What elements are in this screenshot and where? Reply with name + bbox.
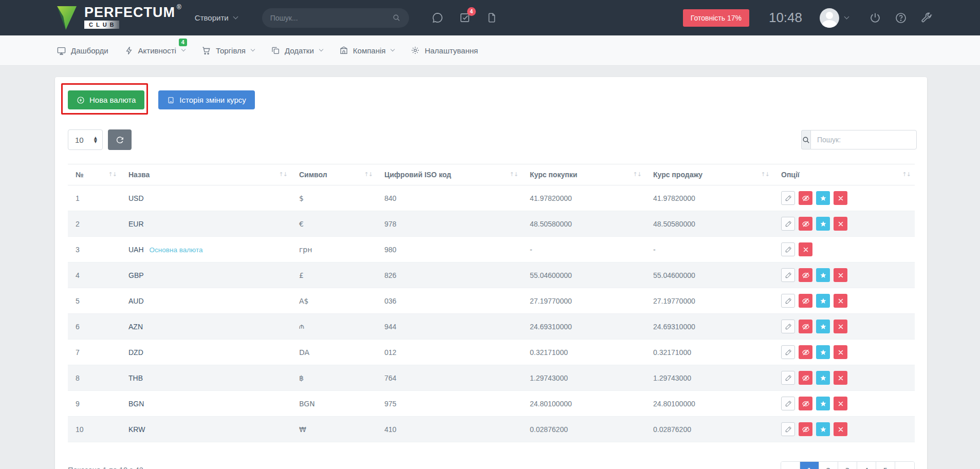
col-header-num[interactable]: №↑↓: [68, 164, 121, 185]
favorite-button[interactable]: [816, 422, 830, 436]
currency-link[interactable]: UAH: [128, 246, 144, 254]
delete-button[interactable]: [834, 191, 847, 205]
delete-button[interactable]: [834, 397, 847, 410]
tools-icon[interactable]: [920, 12, 933, 24]
global-search-input[interactable]: [270, 14, 392, 22]
edit-button[interactable]: [781, 294, 795, 308]
edit-button[interactable]: [781, 191, 795, 205]
delete-button[interactable]: [799, 242, 812, 256]
hide-button[interactable]: [799, 268, 812, 282]
pagination-page-1[interactable]: 1: [800, 462, 819, 469]
row-actions: [781, 320, 907, 333]
options-cell: [773, 288, 915, 314]
document-icon[interactable]: [486, 12, 497, 24]
nav-item-dashboards[interactable]: Дашборди: [56, 44, 109, 58]
favorite-button[interactable]: [816, 371, 830, 385]
favorite-button[interactable]: [816, 191, 830, 205]
hide-button[interactable]: [799, 294, 812, 308]
hide-button[interactable]: [799, 397, 812, 410]
delete-button[interactable]: [834, 217, 847, 231]
nav-item-settings[interactable]: Налаштування: [410, 44, 479, 57]
new-currency-button[interactable]: Нова валюта: [68, 90, 144, 109]
row-actions: [781, 294, 907, 308]
clock: 10:48: [769, 10, 802, 26]
sort-icon[interactable]: ↑↓: [279, 171, 287, 178]
sort-icon[interactable]: ↑↓: [902, 171, 911, 178]
currency-link[interactable]: AUD: [128, 297, 144, 305]
page-size-select[interactable]: 10 ▲▼: [68, 129, 103, 150]
col-header-name[interactable]: Назва↑↓: [121, 164, 291, 185]
chat-icon[interactable]: [432, 12, 443, 24]
edit-button[interactable]: [781, 242, 795, 256]
hide-button[interactable]: [799, 422, 812, 436]
pagination-page-4[interactable]: 4: [857, 462, 876, 469]
currency-link[interactable]: DZD: [128, 348, 143, 357]
pagination-page-2[interactable]: 2: [819, 462, 838, 469]
create-menu[interactable]: Створити: [195, 13, 237, 22]
col-header-buy[interactable]: Курс покупки↑↓: [522, 164, 645, 185]
pagination: ‹12345›: [781, 461, 915, 469]
currency-link[interactable]: BGN: [128, 400, 144, 408]
currency-link[interactable]: AZN: [128, 323, 143, 331]
col-header-options[interactable]: Опції↑↓: [773, 164, 915, 185]
currency-link[interactable]: KRW: [128, 425, 145, 434]
hide-button[interactable]: [799, 371, 812, 385]
currency-link[interactable]: EUR: [128, 220, 144, 228]
delete-button[interactable]: [834, 320, 847, 333]
pagination-prev[interactable]: ‹: [781, 462, 800, 469]
favorite-button[interactable]: [816, 268, 830, 282]
sort-icon[interactable]: ↑↓: [510, 171, 518, 178]
edit-button[interactable]: [781, 268, 795, 282]
avatar[interactable]: [820, 8, 839, 28]
edit-button[interactable]: [781, 371, 795, 385]
iso-code: 840: [377, 185, 522, 211]
brand-logo[interactable]: PERFECTUM ® CLUB: [56, 6, 181, 30]
delete-button[interactable]: [834, 422, 847, 436]
readiness-button[interactable]: Готовність 17%: [683, 9, 749, 27]
delete-button[interactable]: [834, 345, 847, 359]
col-header-iso[interactable]: Цифровий ISO код↑↓: [377, 164, 522, 185]
rate-history-button[interactable]: Історія зміни курсу: [158, 90, 254, 109]
new-currency-label: Нова валюта: [89, 96, 136, 104]
favorite-button[interactable]: [816, 217, 830, 231]
delete-button[interactable]: [834, 371, 847, 385]
favorite-button[interactable]: [816, 345, 830, 359]
favorite-button[interactable]: [816, 397, 830, 410]
edit-button[interactable]: [781, 345, 795, 359]
pagination-next[interactable]: ›: [895, 462, 914, 469]
hide-button[interactable]: [799, 320, 812, 333]
edit-button[interactable]: [781, 320, 795, 333]
currency-link[interactable]: GBP: [128, 271, 144, 279]
sort-icon[interactable]: ↑↓: [108, 171, 117, 178]
tasks-icon[interactable]: 4: [459, 12, 471, 24]
col-header-sell[interactable]: Курс продажу↑↓: [645, 164, 773, 185]
hide-button[interactable]: [799, 345, 812, 359]
hide-button[interactable]: [799, 217, 812, 231]
refresh-button[interactable]: [108, 129, 132, 150]
hide-button[interactable]: [799, 191, 812, 205]
user-menu[interactable]: [820, 8, 848, 28]
favorite-button[interactable]: [816, 294, 830, 308]
sort-icon[interactable]: ↑↓: [761, 171, 769, 178]
col-header-symbol[interactable]: Символ↑↓: [291, 164, 377, 185]
nav-item-trade[interactable]: Торгівля: [200, 44, 255, 58]
pagination-page-5[interactable]: 5: [876, 462, 895, 469]
currency-link[interactable]: THB: [128, 374, 143, 382]
delete-button[interactable]: [834, 294, 847, 308]
delete-button[interactable]: [834, 268, 847, 282]
edit-button[interactable]: [781, 397, 795, 410]
logout-icon[interactable]: [869, 12, 881, 24]
help-icon[interactable]: [895, 12, 907, 24]
edit-button[interactable]: [781, 217, 795, 231]
table-search-input[interactable]: [810, 130, 917, 149]
sort-icon[interactable]: ↑↓: [364, 171, 373, 178]
nav-item-company[interactable]: Компанія: [338, 44, 396, 57]
nav-item-activities[interactable]: Активності 4: [124, 44, 186, 58]
currency-link[interactable]: USD: [128, 194, 144, 202]
edit-button[interactable]: [781, 422, 795, 436]
favorite-button[interactable]: [816, 320, 830, 333]
sort-icon[interactable]: ↑↓: [633, 171, 641, 178]
pagination-page-3[interactable]: 3: [838, 462, 857, 469]
nav-item-apps[interactable]: Додатки: [270, 44, 324, 57]
search-icon[interactable]: [392, 13, 401, 22]
